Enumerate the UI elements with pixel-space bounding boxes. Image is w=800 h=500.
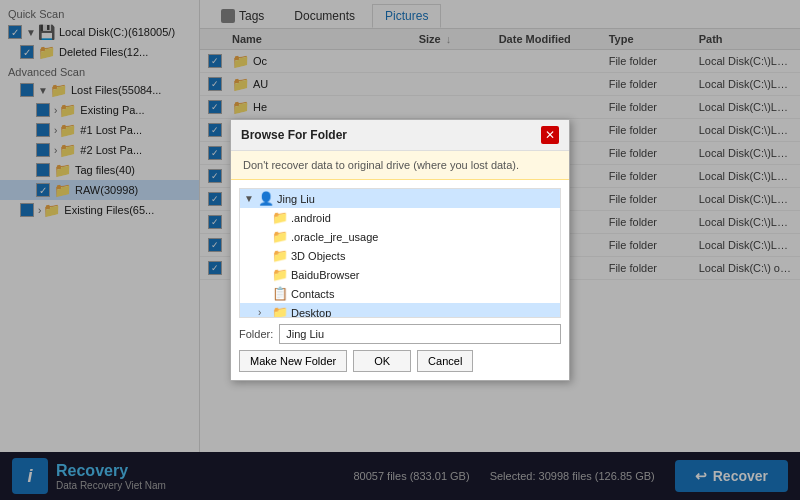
tree-item-2[interactable]: 📁.oracle_jre_usage <box>240 227 560 246</box>
tree-label-6: Desktop <box>291 307 331 319</box>
folder-input[interactable] <box>279 324 561 344</box>
tree-icon-1: 📁 <box>272 210 288 225</box>
tree-arrow-6: › <box>258 307 272 318</box>
tree-icon-5: 📋 <box>272 286 288 301</box>
tree-icon-2: 📁 <box>272 229 288 244</box>
tree-item-3[interactable]: 📁3D Objects <box>240 246 560 265</box>
tree-item-5[interactable]: 📋Contacts <box>240 284 560 303</box>
modal-title-bar: Browse For Folder ✕ <box>231 120 569 151</box>
folder-label-row: Folder: <box>239 324 561 344</box>
tree-icon-6: 📁 <box>272 305 288 318</box>
tree-icon-4: 📁 <box>272 267 288 282</box>
cancel-button[interactable]: Cancel <box>417 350 473 372</box>
modal-body: ▼👤Jing Liu📁.android📁.oracle_jre_usage📁3D… <box>231 180 569 380</box>
ok-button[interactable]: OK <box>353 350 411 372</box>
tree-item-6[interactable]: ›📁Desktop <box>240 303 560 318</box>
tree-label-1: .android <box>291 212 331 224</box>
modal-title: Browse For Folder <box>241 128 347 142</box>
modal-buttons: Make New Folder OK Cancel <box>239 350 561 372</box>
tree-item-0[interactable]: ▼👤Jing Liu <box>240 189 560 208</box>
modal-warning: Don't recover data to original drive (wh… <box>231 151 569 180</box>
tree-arrow-0: ▼ <box>244 193 258 204</box>
tree-icon-0: 👤 <box>258 191 274 206</box>
tree-label-4: BaiduBrowser <box>291 269 359 281</box>
browse-folder-modal: Browse For Folder ✕ Don't recover data t… <box>230 119 570 381</box>
folder-label: Folder: <box>239 328 273 340</box>
tree-label-5: Contacts <box>291 288 334 300</box>
tree-item-4[interactable]: 📁BaiduBrowser <box>240 265 560 284</box>
tree-label-2: .oracle_jre_usage <box>291 231 378 243</box>
tree-icon-3: 📁 <box>272 248 288 263</box>
make-new-folder-button[interactable]: Make New Folder <box>239 350 347 372</box>
tree-label-3: 3D Objects <box>291 250 345 262</box>
tree-item-1[interactable]: 📁.android <box>240 208 560 227</box>
modal-overlay[interactable]: Browse For Folder ✕ Don't recover data t… <box>0 0 800 500</box>
folder-tree[interactable]: ▼👤Jing Liu📁.android📁.oracle_jre_usage📁3D… <box>239 188 561 318</box>
modal-close-button[interactable]: ✕ <box>541 126 559 144</box>
tree-label-0: Jing Liu <box>277 193 315 205</box>
